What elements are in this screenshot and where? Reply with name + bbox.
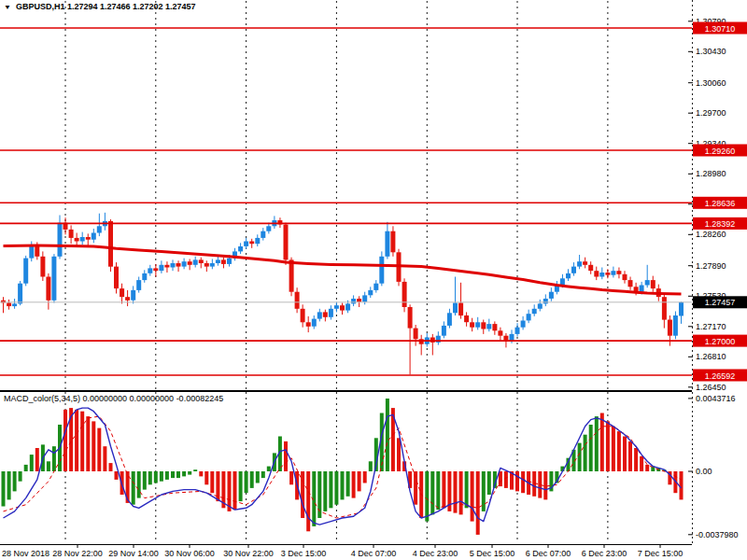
date-axis-label: 3 Dec 15:00 <box>281 549 327 558</box>
date-axis-label: 7 Dec 15:00 <box>638 549 684 558</box>
macd-bar-down <box>358 471 361 491</box>
macd-bar-up <box>430 471 434 514</box>
candle-body-down <box>402 282 407 307</box>
candle-body-up <box>566 273 571 278</box>
chevron-down-icon[interactable]: ▼ <box>4 3 11 10</box>
candle-body-up <box>571 267 576 273</box>
price-chart[interactable]: 1.307901.304301.300601.297001.293401.289… <box>0 0 747 560</box>
candle-body-down <box>306 322 311 327</box>
price-level-badge-label: 1.26592 <box>705 371 736 381</box>
candle-body-up <box>210 263 215 267</box>
price-axis-label: 1.27890 <box>696 261 726 271</box>
candle-body-down <box>357 299 361 302</box>
candle-body-up <box>442 326 446 336</box>
macd-bar-up <box>267 467 271 471</box>
price-level-badge: 1.28636 <box>693 197 747 209</box>
macd-bar-down <box>504 471 508 488</box>
macd-bar-down <box>617 431 621 471</box>
candle-body-down <box>583 261 587 265</box>
macd-bar-down <box>606 421 610 471</box>
candle-body-up <box>159 265 163 271</box>
candle-body-up <box>131 290 135 301</box>
macd-bar-down <box>103 446 106 471</box>
candle-body-up <box>515 328 520 334</box>
candle-body-up <box>329 309 333 317</box>
candle-body-down <box>108 221 113 267</box>
macd-bar-up <box>436 471 440 510</box>
candle-body-down <box>503 336 508 341</box>
candle-body-down <box>492 324 497 330</box>
candle-body-down <box>46 277 50 301</box>
macd-bar-up <box>143 471 147 490</box>
candles-layer <box>1 213 684 374</box>
candle-body-down <box>69 230 74 238</box>
macd-bar-up <box>148 471 152 484</box>
macd-bar-down <box>306 471 310 531</box>
price-axis-label: 1.30060 <box>696 78 726 88</box>
candle-body-down <box>419 339 424 343</box>
price-level-badge-label: 1.27000 <box>705 337 736 346</box>
macd-bar-up <box>256 471 260 483</box>
macd-bar-up <box>487 471 491 495</box>
terminal-window: { "window": { "symbol": "GBPUSD,H1", "oh… <box>0 0 747 560</box>
macd-bar-up <box>47 461 50 471</box>
candle-body-up <box>560 278 565 285</box>
candle-body-up <box>182 261 187 266</box>
candle-body-up <box>577 261 582 266</box>
price-level-badge-label: 1.29260 <box>705 147 736 156</box>
candle-body-up <box>312 319 317 327</box>
macd-bar-up <box>261 471 265 478</box>
candle-body-down <box>414 329 418 340</box>
date-axis-label: 6 Dec 07:00 <box>526 549 571 558</box>
macd-bar-up <box>137 471 141 498</box>
candle-body-down <box>464 315 469 322</box>
macd-bar-up <box>341 471 345 499</box>
macd-bar-down <box>115 471 119 480</box>
candle-body-down <box>176 263 181 267</box>
candle-body-up <box>521 321 526 328</box>
price-level-badge: 1.29260 <box>693 145 747 157</box>
current-price-badge: 1.27457 <box>693 296 747 308</box>
macd-bar-down <box>97 428 101 471</box>
candle-body-up <box>97 226 102 232</box>
macd-histogram-layer <box>2 399 684 535</box>
macd-bar-down <box>442 471 445 508</box>
macd-bar-down <box>80 412 84 471</box>
price-level-badge: 1.30710 <box>693 22 747 35</box>
macd-bar-up <box>7 471 11 499</box>
macd-bar-up <box>132 471 135 505</box>
candle-body-up <box>266 226 271 231</box>
candle-body-down <box>408 307 413 329</box>
candle-body-up <box>255 238 260 244</box>
date-axis-label: 4 Dec 07:00 <box>351 549 397 558</box>
date-axis-label: 28 Nov 2018 <box>2 549 49 558</box>
candle-body-down <box>498 330 502 335</box>
macd-bar-up <box>250 471 254 488</box>
candle-body-up <box>385 231 389 257</box>
candle-body-up <box>58 223 63 257</box>
macd-bar-up <box>239 471 243 501</box>
macd-bar-up <box>182 471 186 476</box>
macd-bar-up <box>584 435 587 471</box>
candle-body-up <box>136 280 141 290</box>
candle-body-up <box>374 284 378 290</box>
symbol-legend: ▼GBPUSD,H1 1.27294 1.27466 1.27202 1.274… <box>4 2 196 11</box>
candle-body-up <box>679 302 684 316</box>
candle-body-down <box>301 309 305 323</box>
candle-body-down <box>164 265 169 268</box>
moving-average-line[interactable] <box>4 245 682 294</box>
candle-body-down <box>40 257 45 277</box>
candle-body-up <box>334 305 339 309</box>
candle-body-up <box>12 303 17 306</box>
candle-body-down <box>594 271 599 276</box>
macd-bar-down <box>628 441 632 471</box>
candle-body-up <box>227 259 232 264</box>
macd-bar-down <box>35 448 39 471</box>
macd-bar-down <box>301 471 304 518</box>
macd-bar-down <box>86 416 90 471</box>
candle-body-down <box>86 237 91 240</box>
candle-body-up <box>51 257 56 301</box>
macd-bar-down <box>645 465 649 471</box>
macd-axis-label: 0.00 <box>696 467 712 476</box>
candle-body-down <box>668 320 672 336</box>
